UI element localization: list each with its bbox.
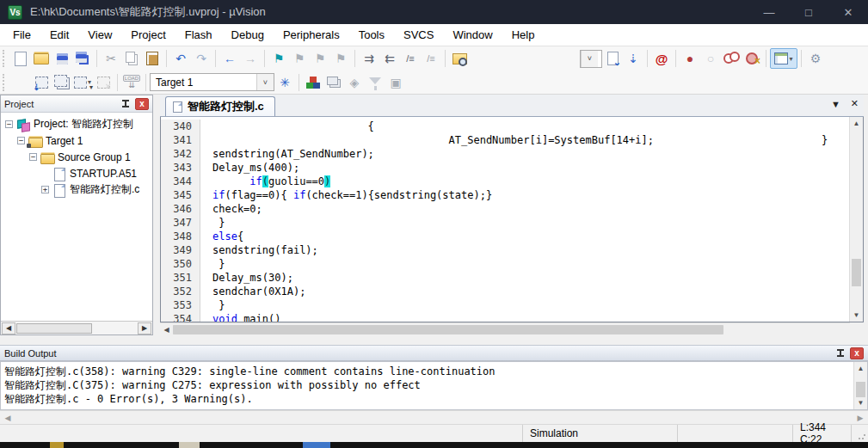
chevron-down-icon[interactable]: ▾ <box>789 55 792 63</box>
cut-icon[interactable]: ✂ <box>101 48 121 69</box>
disable-all-breakpoints-icon[interactable] <box>721 48 742 69</box>
tree-item[interactable]: STARTUP.A51 <box>1 165 152 181</box>
scroll-left-icon[interactable]: ◀ <box>160 326 173 334</box>
comment-selection-icon[interactable]: /≡ <box>400 48 421 69</box>
tree-item[interactable]: +智能路灯控制.c <box>1 181 152 198</box>
find-next-icon[interactable] <box>602 48 623 69</box>
collapse-icon[interactable]: − <box>17 137 25 144</box>
menu-debug[interactable]: Debug <box>222 25 274 45</box>
copy-icon[interactable] <box>121 48 142 69</box>
toggle-bookmark-icon[interactable]: ⚑ <box>268 48 289 69</box>
menu-edit[interactable]: Edit <box>40 25 78 45</box>
close-button[interactable]: ✕ <box>828 0 868 24</box>
stop-build-icon[interactable] <box>93 72 114 93</box>
build-target-icon[interactable] <box>31 72 52 93</box>
code-line[interactable]: 341 AT_SendNumber[i]=SystemBuf[14+i]; } <box>161 133 849 147</box>
menu-help[interactable]: Help <box>502 25 545 45</box>
menu-tools[interactable]: Tools <box>349 25 394 45</box>
undo-icon[interactable]: ↶ <box>170 48 191 69</box>
pin-icon[interactable] <box>121 99 130 108</box>
manage-rte-icon[interactable] <box>303 72 323 93</box>
code-editor[interactable]: 340 {341 AT_SendNumber[i]=SystemBuf[14+i… <box>161 117 849 322</box>
disable-breakpoint-icon[interactable]: ○ <box>700 48 721 69</box>
editor-vertical-scrollbar[interactable]: ▲ ▼ <box>849 117 863 322</box>
build-output-log[interactable]: 智能路灯控制.c(358): warning C329: single-line… <box>1 362 853 409</box>
minimize-button[interactable]: — <box>749 0 789 24</box>
tree-item[interactable]: −Target 1 <box>1 132 152 149</box>
collapse-icon[interactable]: − <box>29 153 37 161</box>
toolbar-drag-handle[interactable] <box>3 50 6 67</box>
pin-icon[interactable] <box>836 348 845 358</box>
filter-funnel-icon[interactable] <box>365 72 385 93</box>
build-output-horizontal-scrollbar[interactable]: ◀ ▶ <box>0 410 868 424</box>
chevron-down-icon[interactable]: ▾ <box>88 78 91 86</box>
code-line[interactable]: 344 if(guoliu==0) <box>161 175 849 188</box>
incremental-find-icon[interactable]: ⇣ <box>623 48 643 69</box>
code-line[interactable]: 351Delay_ms(30); <box>161 271 849 285</box>
panel-splitter[interactable] <box>153 95 160 335</box>
batch-build-icon[interactable]: ▾ <box>72 72 93 93</box>
scroll-down-icon[interactable]: ▼ <box>854 396 867 409</box>
redo-icon[interactable]: ↷ <box>191 48 212 69</box>
tree-item[interactable]: −Source Group 1 <box>1 149 152 165</box>
code-line[interactable]: 352sendchar(0X1A); <box>161 285 849 298</box>
component-diamond-icon[interactable]: ◈ <box>344 72 365 93</box>
expand-icon[interactable]: + <box>41 186 49 193</box>
clear-bookmarks-icon[interactable]: ⚑ <box>330 48 351 69</box>
save-all-icon[interactable] <box>72 48 93 69</box>
tab-list-dropdown-icon[interactable]: ▼ <box>831 99 840 109</box>
chevron-down-icon[interactable]: ˅ <box>256 74 274 90</box>
code-line[interactable]: 345if(flag==0){ if(check==1){sendstring(… <box>161 188 849 202</box>
translate-file-icon[interactable] <box>10 72 31 93</box>
download-icon[interactable] <box>121 72 142 93</box>
prev-bookmark-icon[interactable]: ⚑ <box>289 48 310 69</box>
target-select[interactable]: Target 1˅ <box>150 73 274 91</box>
code-line[interactable]: 350 } <box>161 257 849 271</box>
build-output-vertical-scrollbar[interactable]: ▲ ▼ <box>853 362 867 409</box>
find-in-files-icon[interactable] <box>449 48 470 69</box>
scroll-down-icon[interactable]: ▼ <box>850 309 863 322</box>
scrollbar-thumb[interactable] <box>173 325 723 334</box>
kill-all-breakpoints-icon[interactable] <box>742 48 762 69</box>
scrollbar-thumb[interactable] <box>16 323 92 334</box>
editor-horizontal-scrollbar[interactable]: ◀ <box>160 322 850 335</box>
scroll-up-icon[interactable]: ▲ <box>850 117 863 130</box>
scrollbar-thumb[interactable] <box>856 382 865 397</box>
code-line[interactable]: 342sendstring(AT_SendNumber); <box>161 147 849 161</box>
menu-flash[interactable]: Flash <box>175 25 222 45</box>
toolbar-drag-handle[interactable] <box>3 74 6 91</box>
scroll-up-icon[interactable]: ▲ <box>854 362 867 375</box>
menu-file[interactable]: File <box>3 25 40 45</box>
tree-item[interactable]: −Project: 智能路灯控制 <box>1 116 152 132</box>
menu-project[interactable]: Project <box>121 25 175 45</box>
code-line[interactable]: 354void main() <box>161 312 849 322</box>
code-line[interactable]: 346check=0; <box>161 202 849 216</box>
configuration-wrench-icon[interactable]: ⚙ <box>805 48 826 69</box>
code-line[interactable]: 347 } <box>161 216 849 230</box>
code-line[interactable]: 340 { <box>161 120 849 133</box>
new-file-icon[interactable] <box>10 48 31 69</box>
code-line[interactable]: 348else{ <box>161 230 849 243</box>
code-line[interactable]: 343Delay_ms(400); <box>161 161 849 175</box>
scroll-right-icon[interactable]: ▶ <box>138 322 151 334</box>
code-line[interactable]: 349sendstring(fail); <box>161 243 849 257</box>
maximize-button[interactable]: □ <box>789 0 828 24</box>
paste-icon[interactable] <box>142 48 163 69</box>
close-document-icon[interactable]: ✕ <box>851 98 859 109</box>
find-symbol-icon[interactable]: @ <box>651 48 672 69</box>
navigate-back-icon[interactable]: ← <box>219 48 240 69</box>
next-bookmark-icon[interactable]: ⚑ <box>310 48 330 69</box>
indent-right-icon[interactable]: ⇉ <box>359 48 379 69</box>
menu-window[interactable]: Window <box>443 25 502 45</box>
options-for-target-icon[interactable]: ✳ <box>274 72 295 93</box>
scrollbar-thumb[interactable] <box>852 259 861 286</box>
indent-left-icon[interactable]: ⇇ <box>379 48 400 69</box>
menu-peripherals[interactable]: Peripherals <box>274 25 349 45</box>
scroll-right-icon[interactable]: ▶ <box>854 414 866 422</box>
menu-svcs[interactable]: SVCS <box>394 25 443 45</box>
search-combo[interactable]: ˅ <box>580 50 602 68</box>
resize-grip[interactable] <box>852 425 868 442</box>
collapse-icon[interactable]: − <box>5 120 13 128</box>
project-panel-close-icon[interactable]: x <box>135 98 149 110</box>
window-layout-icon[interactable]: ▾ <box>770 48 797 69</box>
